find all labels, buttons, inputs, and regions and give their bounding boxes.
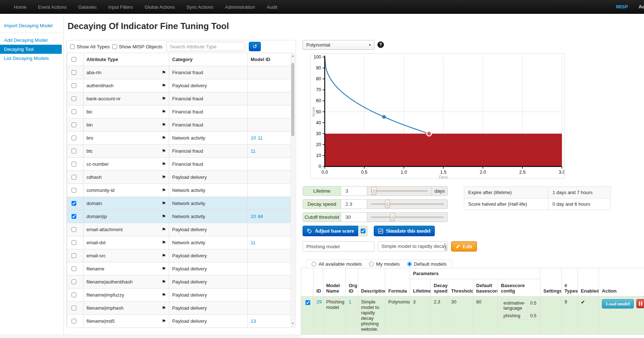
- nav-item[interactable]: Input Filters: [102, 4, 139, 10]
- row-checkbox[interactable]: [72, 201, 76, 206]
- nav-item[interactable]: Event Actions: [32, 4, 73, 10]
- flag-icon: ⚑: [162, 96, 166, 101]
- misp-brand-link[interactable]: MISP: [616, 0, 628, 14]
- curve-midpoint-marker: [382, 115, 386, 119]
- model-id-link[interactable]: 10: [251, 214, 256, 219]
- row-checkbox[interactable]: [72, 240, 76, 245]
- model-parameter-sliders: LifetimedaysDecay speedCutoff threshold: [303, 186, 448, 225]
- navbar-menu: HomeEvent ActionsGalaxiesInput FiltersGl…: [0, 0, 644, 14]
- attribute-type-label: cdhash: [86, 174, 102, 180]
- nav-item[interactable]: Administration: [219, 4, 261, 10]
- show-all-types-checkbox[interactable]: [70, 44, 75, 49]
- table-scrollbar[interactable]: ▲ ▼: [291, 53, 295, 326]
- load-model-button[interactable]: Load model: [602, 299, 634, 309]
- nav-item[interactable]: Home: [8, 4, 32, 10]
- row-checkbox[interactable]: [72, 96, 76, 101]
- attribute-type-label: aba-rtn: [86, 70, 101, 75]
- nav-item[interactable]: Sync Actions: [181, 4, 219, 10]
- nav-item[interactable]: Audit: [261, 4, 283, 10]
- model-description-textarea[interactable]: Simple model to rapidly decay ▲▼: [378, 241, 448, 252]
- model-checkbox[interactable]: [305, 300, 310, 305]
- formula-select[interactable]: Polynomial ▾: [303, 40, 374, 50]
- row-checkbox[interactable]: [72, 70, 76, 75]
- row-checkbox[interactable]: [72, 293, 76, 297]
- model-id-link[interactable]: 11: [251, 148, 256, 154]
- sidebar-item[interactable]: Import Decaying Model: [0, 21, 62, 30]
- svg-text:90: 90: [316, 65, 321, 71]
- attribute-type-label: domain: [86, 201, 102, 206]
- pause-model-button[interactable]: [636, 299, 644, 308]
- model-id-link[interactable]: 11: [251, 240, 256, 245]
- decay-score-chart[interactable]: 01020304050607080901000.00.51.01.52.02.5…: [311, 54, 564, 178]
- sidebar-divider: [64, 16, 64, 334]
- table-row: domain⚑Network activity: [67, 197, 292, 210]
- slider-value-input[interactable]: [341, 186, 367, 196]
- textarea-scroll-arrows-icon[interactable]: ▲▼: [444, 243, 446, 246]
- row-checkbox[interactable]: [72, 279, 76, 284]
- slider-handle[interactable]: [390, 213, 395, 221]
- row-checkbox[interactable]: [72, 266, 76, 271]
- slider-handle[interactable]: [385, 200, 390, 208]
- model-description-text: Simple model to rapidly decay: [381, 244, 447, 249]
- row-checkbox[interactable]: [72, 319, 76, 323]
- row-checkbox[interactable]: [72, 306, 76, 310]
- model-id-link[interactable]: 84: [258, 214, 263, 219]
- model-filter-option[interactable]: All available models: [312, 261, 362, 267]
- refresh-icon: ↺: [252, 43, 257, 50]
- slider-value-input[interactable]: [341, 213, 367, 222]
- model-filter-radio[interactable]: [369, 262, 374, 266]
- refresh-button[interactable]: ↺: [249, 42, 261, 51]
- model-filter-radio[interactable]: [312, 262, 316, 266]
- slider-value-input[interactable]: [341, 200, 367, 209]
- attribute-type-label: email-dst: [86, 240, 106, 245]
- org-id-link[interactable]: 1: [349, 299, 351, 305]
- attribute-type-label: btc: [86, 148, 93, 154]
- navbar-right-user[interactable]: Ad: [639, 0, 644, 14]
- model-id-link[interactable]: 10: [251, 135, 256, 141]
- row-checkbox[interactable]: [72, 162, 76, 166]
- row-checkbox[interactable]: [72, 214, 76, 219]
- show-misp-objects-checkbox[interactable]: [112, 44, 117, 49]
- model-id-link[interactable]: 29: [316, 299, 321, 305]
- help-icon[interactable]: ?: [377, 41, 384, 48]
- category-cell: Network activity: [169, 132, 248, 145]
- slider-handle[interactable]: [372, 187, 376, 195]
- row-checkbox[interactable]: [72, 149, 76, 153]
- row-checkbox-cell: [67, 118, 84, 132]
- scroll-down-icon[interactable]: ▼: [291, 321, 295, 326]
- row-checkbox[interactable]: [72, 136, 76, 140]
- model-id-link[interactable]: 13: [251, 318, 256, 324]
- row-checkbox[interactable]: [72, 227, 76, 232]
- model-id-link[interactable]: 11: [258, 135, 263, 141]
- nav-item[interactable]: Global Actions: [139, 4, 181, 10]
- slider-track-area[interactable]: [367, 186, 432, 196]
- show-all-types-option[interactable]: Show All Types: [70, 44, 110, 49]
- slider-track-area[interactable]: [367, 200, 447, 209]
- slider-track-area[interactable]: [367, 213, 447, 222]
- sidebar-item[interactable]: List Decaying Models: [0, 54, 62, 63]
- show-misp-objects-option[interactable]: Show MISP Objects: [112, 44, 162, 49]
- nav-item[interactable]: Galaxies: [72, 4, 102, 10]
- model-filter-radio[interactable]: [407, 262, 412, 266]
- adjust-base-score-button[interactable]: Adjust base score: [303, 226, 358, 236]
- simulate-model-button[interactable]: Simulate this model: [374, 226, 434, 236]
- model-name-input[interactable]: [303, 241, 374, 252]
- textarea-resize-grip-icon[interactable]: [443, 247, 447, 251]
- sidebar-item[interactable]: Decaying Tool: [0, 45, 62, 54]
- scroll-up-icon[interactable]: ▲: [291, 54, 295, 58]
- row-checkbox[interactable]: [72, 253, 76, 258]
- select-all-checkbox[interactable]: [72, 57, 76, 62]
- scrollbar-thumb[interactable]: [291, 63, 294, 136]
- row-checkbox[interactable]: [72, 188, 76, 193]
- edit-model-button[interactable]: Edit: [451, 241, 477, 252]
- category-cell: Financial fraud: [169, 145, 248, 158]
- sidebar-item[interactable]: Add Decaying Model: [0, 36, 62, 45]
- adjust-base-score-checkbox[interactable]: [361, 229, 365, 233]
- model-filter-option[interactable]: Default models: [407, 261, 447, 267]
- model-filter-option[interactable]: My models: [369, 261, 400, 267]
- row-checkbox[interactable]: [72, 122, 76, 127]
- row-checkbox[interactable]: [72, 83, 76, 88]
- row-checkbox[interactable]: [72, 175, 76, 180]
- search-input[interactable]: [166, 42, 245, 51]
- row-checkbox[interactable]: [72, 109, 76, 114]
